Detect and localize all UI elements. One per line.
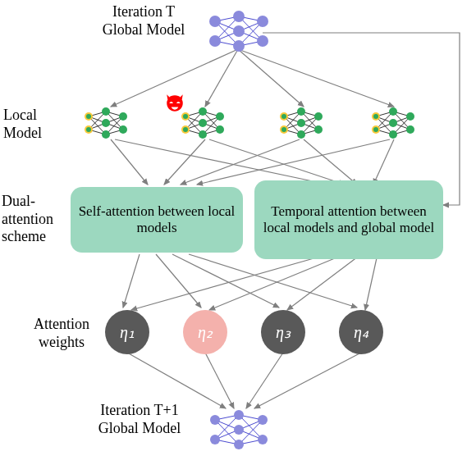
svg-point-139	[210, 415, 220, 425]
iter-t-line1: Iteration T	[112, 3, 175, 20]
svg-point-101	[297, 107, 305, 116]
svg-point-105	[314, 125, 323, 134]
svg-point-60	[102, 119, 110, 127]
svg-point-122	[389, 107, 397, 116]
svg-line-21	[205, 353, 234, 408]
local-model-4-icon	[369, 107, 417, 139]
svg-line-5	[115, 139, 328, 185]
svg-point-56	[86, 114, 91, 119]
self-attention-text: Self-attention between local models	[77, 203, 236, 237]
svg-point-36	[209, 16, 221, 27]
svg-line-16	[131, 254, 328, 310]
svg-point-79	[183, 127, 188, 132]
attention-weights-label: Attention weights	[25, 316, 98, 351]
weight-eta1-text: η₁	[120, 322, 135, 342]
svg-line-6	[164, 139, 205, 185]
svg-point-102	[297, 119, 305, 127]
svg-point-81	[199, 119, 207, 127]
weight-eta1: η₁	[105, 310, 149, 354]
svg-point-82	[199, 130, 207, 139]
weight-eta4: η₄	[339, 310, 383, 354]
svg-point-145	[258, 435, 268, 444]
svg-point-37	[209, 35, 221, 47]
svg-line-17	[209, 254, 345, 310]
svg-point-61	[102, 130, 110, 139]
svg-point-123	[389, 119, 397, 127]
temporal-attention-text: Temporal attention between local models …	[261, 203, 437, 237]
svg-point-141	[234, 410, 244, 420]
svg-point-121	[373, 127, 378, 132]
iter-t-label: Iteration T Global Model	[90, 3, 197, 39]
svg-line-15	[189, 254, 357, 308]
svg-point-41	[257, 16, 268, 27]
global-model-bottom-icon	[207, 408, 271, 451]
svg-line-1	[205, 49, 238, 107]
svg-line-23	[254, 353, 361, 408]
malicious-icon	[164, 92, 185, 119]
svg-line-11	[373, 139, 394, 185]
svg-line-3	[238, 49, 394, 107]
svg-point-142	[234, 425, 244, 435]
weight-eta2-text: η₂	[198, 322, 213, 342]
svg-line-4	[111, 139, 148, 185]
svg-point-124	[389, 130, 397, 139]
svg-point-63	[119, 125, 127, 134]
global-model-top-icon	[207, 10, 271, 52]
weight-eta3-text: η₃	[276, 322, 291, 342]
dual-attention-label: Dual- attention scheme	[2, 193, 66, 246]
svg-line-13	[156, 254, 201, 308]
svg-point-39	[233, 25, 245, 37]
iter-t1-line2: Global Model	[98, 420, 181, 436]
iter-t-line2: Global Model	[103, 21, 185, 38]
svg-point-40	[233, 40, 245, 52]
svg-point-100	[281, 127, 286, 132]
svg-point-98	[281, 114, 286, 119]
svg-point-83	[216, 112, 224, 121]
svg-point-42	[257, 35, 268, 47]
svg-point-126	[406, 125, 414, 134]
weight-eta3: η₃	[261, 310, 305, 354]
svg-point-144	[258, 415, 268, 425]
iter-t1-label: Iteration T+1 Global Model	[86, 402, 193, 437]
svg-point-125	[406, 112, 414, 121]
svg-line-14	[172, 254, 279, 308]
svg-point-103	[297, 130, 305, 139]
temporal-attention-box: Temporal attention between local models …	[254, 180, 443, 259]
diagram-canvas: Iteration T Global Model Local Model	[0, 0, 476, 474]
local-model-1-icon	[82, 107, 130, 139]
svg-line-10	[197, 139, 390, 185]
local-model-2-icon	[179, 107, 227, 139]
svg-point-84	[216, 125, 224, 134]
svg-point-59	[102, 107, 110, 116]
svg-point-58	[86, 127, 91, 132]
svg-point-143	[234, 440, 244, 449]
svg-line-2	[238, 49, 304, 107]
svg-point-80	[199, 107, 207, 116]
svg-line-20	[127, 353, 226, 408]
svg-line-18	[287, 254, 361, 310]
svg-point-140	[210, 435, 220, 444]
svg-line-7	[209, 139, 345, 185]
svg-point-62	[119, 112, 127, 121]
weight-eta2: η₂	[183, 310, 227, 354]
self-attention-box: Self-attention between local models	[71, 187, 243, 253]
svg-line-12	[123, 254, 140, 308]
svg-line-8	[181, 139, 300, 185]
local-model-3-icon	[277, 107, 325, 139]
iter-t1-line1: Iteration T+1	[100, 402, 178, 418]
svg-point-119	[373, 114, 378, 119]
weight-eta4-text: η₄	[354, 322, 368, 342]
svg-line-9	[304, 139, 357, 185]
svg-point-104	[314, 112, 323, 121]
svg-line-19	[365, 254, 378, 310]
svg-line-22	[246, 353, 283, 408]
svg-point-38	[233, 11, 245, 22]
local-model-label: Local Model	[3, 107, 61, 142]
